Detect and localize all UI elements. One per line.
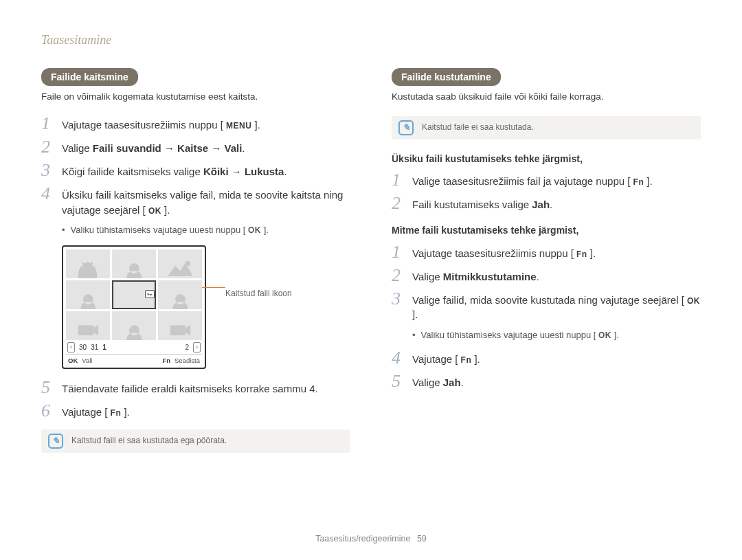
date-value-current: 1 [102, 343, 106, 353]
section-badge-protect: Failide kaitsmine [41, 68, 138, 86]
protect-intro: Faile on võimalik kogemata kustutamise e… [41, 90, 350, 104]
step-number: 1 [41, 115, 62, 133]
step-number: 3 [392, 290, 412, 308]
note-text: Kaitstud faili ei saa kustutada ega pöör… [71, 435, 227, 447]
step-number: 2 [41, 138, 62, 156]
fn-button-label: Fn [633, 177, 644, 188]
ok-button-label: OK [148, 205, 161, 217]
delete-multi-heading: Mitme faili kustutamiseks tehke järgmist… [392, 223, 701, 237]
step-text: Vajutage [ Fn ]. [62, 403, 350, 420]
date-bar: ‹ 30 31 1 2 › [66, 340, 202, 354]
page-number: 59 [417, 534, 427, 544]
step-text: Vajutage [ Fn ]. [412, 350, 701, 367]
protect-steps: 1 Vajutage taasesitusrežiimis nuppu [ ME… [41, 116, 350, 218]
step-text: Kõigi failide kaitsmiseks valige Kõiki →… [62, 163, 350, 179]
fn-button-label: Fn [461, 355, 472, 366]
note-box: ✎ Kaitstud faili ei saa kustutada ega pö… [41, 429, 350, 453]
note-text: Kaitstud faile ei saa kustutada. [422, 122, 534, 133]
delete-intro: Kustutada saab üksikuid faile või kõiki … [392, 90, 701, 104]
thumbnail-grid [66, 249, 202, 340]
date-value: 2 [185, 343, 189, 353]
lock-icon [145, 290, 155, 298]
step-text: Vajutage taasesitusrežiimis nuppu [ MENU… [62, 116, 350, 133]
fn-label: Fn [162, 356, 170, 366]
note-icon: ✎ [398, 120, 414, 135]
left-column: Failide kaitsmine Faile on võimalik koge… [41, 68, 350, 465]
callout-label: Kaitstud faili ikoon [225, 288, 292, 300]
thumbnail-cell [66, 249, 110, 278]
step-text: Valige taasesitusrežiimis fail ja vajuta… [412, 172, 701, 189]
fn-button-label: Fn [576, 249, 587, 260]
thumbnail-cell [66, 311, 110, 340]
delete-multi-steps: 1 Vajutage taasesitusrežiimis nuppu [ Fn… [392, 245, 701, 323]
date-value: 30 [79, 343, 87, 353]
portrait-icon [119, 258, 150, 278]
thumbnail-illustration: ‹ 30 31 1 2 › OK Vali Fn Seadista [62, 245, 350, 369]
page-title: Taasesitamine [41, 31, 701, 49]
svg-rect-1 [78, 325, 93, 335]
right-column: Failide kustutamine Kustutada saab üksik… [392, 68, 701, 465]
menu-button-label: MENU [226, 120, 251, 132]
ok-button-label: OK [598, 330, 611, 341]
step-text: Valige Mitmikkustutamine. [412, 268, 701, 284]
thumbnail-cell [158, 311, 202, 340]
arrow-left-icon: ‹ [67, 342, 75, 352]
protect-substep: Valiku tühistamiseks vajutage uuesti nup… [62, 224, 350, 237]
protect-steps-cont: 5 Täiendavate failide eraldi kaitsmiseks… [41, 380, 350, 420]
step-number: 2 [392, 267, 412, 284]
screen-bottom-bar: OK Vali Fn Seadista [66, 354, 202, 368]
step-text: Vajutage taasesitusrežiimis nuppu [ Fn ]… [412, 245, 701, 261]
step-number: 1 [392, 171, 412, 189]
thumbnail-cell-selected [112, 280, 156, 309]
camera-screen: ‹ 30 31 1 2 › OK Vali Fn Seadista [62, 245, 206, 369]
thumbnail-cell [112, 311, 156, 340]
step-text: Valige failid, mida soovite kustutada ni… [412, 291, 701, 323]
delete-multi-substep: Valiku tühistamiseks vajutage uuesti nup… [412, 329, 701, 342]
note-icon: ✎ [48, 434, 63, 449]
ok-button-label: OK [248, 225, 261, 236]
portrait-icon [165, 289, 196, 309]
note-box: ✎ Kaitstud faile ei saa kustutada. [392, 116, 701, 139]
step-number: 6 [41, 402, 62, 420]
step-number: 4 [392, 349, 412, 367]
step-text: Valige Faili suvandid → Kaitse → Vali. [62, 139, 350, 156]
footer-section: Taasesitus/redigeerimine [315, 534, 410, 544]
step-text: Üksiku faili kaitsmiseks valige fail, mi… [62, 186, 350, 218]
date-value: 31 [91, 343, 98, 353]
seadista-label: Seadista [175, 356, 200, 366]
step-number: 3 [41, 161, 62, 179]
delete-single-steps: 1 Valige taasesitusrežiimis fail ja vaju… [392, 172, 701, 212]
two-column-layout: Failide kaitsmine Faile on võimalik koge… [41, 68, 701, 465]
step-text: Täiendavate failide eraldi kaitsmiseks k… [62, 380, 350, 396]
thumbnail-cell [158, 249, 202, 278]
page-footer: Taasesitus/redigeerimine 59 [0, 533, 742, 545]
step-number: 5 [392, 372, 412, 390]
ok-label: OK [68, 356, 78, 366]
vali-label: Vali [82, 356, 92, 366]
fn-button-label: Fn [111, 407, 122, 419]
portrait-icon [119, 320, 150, 340]
thumbnail-cell [112, 249, 156, 278]
step-text: Valige Jah. [412, 374, 701, 390]
delete-single-heading: Üksiku faili kustutamiseks tehke järgmis… [392, 152, 701, 166]
film-icon [73, 320, 104, 340]
film-icon [165, 320, 196, 340]
step-number: 1 [392, 243, 412, 261]
portrait-icon [73, 289, 104, 309]
thumbnail-cell [158, 280, 202, 309]
step-number: 4 [41, 185, 62, 203]
palm-icon [73, 258, 104, 278]
step-text: Faili kustutamiseks valige Jah. [412, 196, 701, 212]
svg-rect-2 [170, 325, 185, 335]
ok-button-label: OK [687, 295, 700, 307]
delete-multi-steps-cont: 4 Vajutage [ Fn ]. 5 Valige Jah. [392, 350, 701, 390]
step-number: 5 [41, 379, 62, 396]
landscape-icon [165, 258, 196, 278]
step-number: 2 [392, 194, 412, 212]
arrow-right-icon: › [193, 342, 201, 352]
thumbnail-cell [66, 280, 110, 309]
section-badge-delete: Failide kustutamine [392, 68, 501, 86]
svg-point-0 [185, 261, 190, 266]
